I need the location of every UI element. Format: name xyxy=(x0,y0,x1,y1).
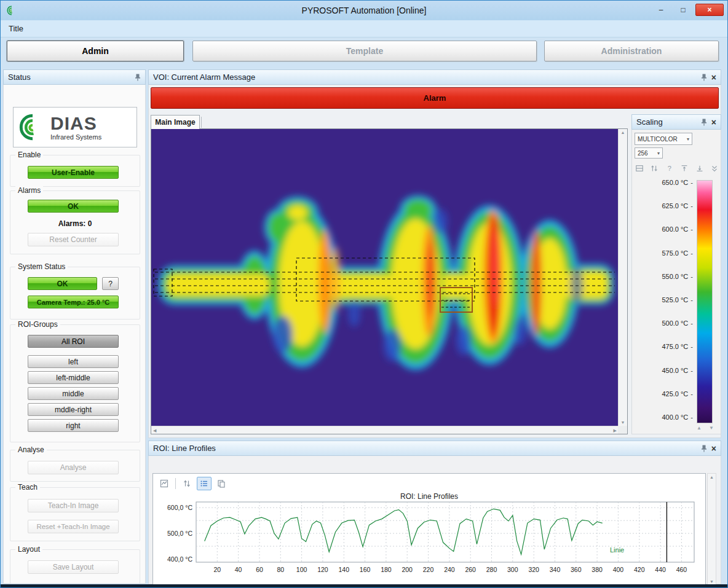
roi-all-button[interactable]: All ROI xyxy=(28,335,119,348)
system-ok-button[interactable]: OK xyxy=(28,277,97,290)
image-horizontal-scrollbar[interactable]: ◀ ▶ xyxy=(151,426,619,434)
scale-max-icon[interactable] xyxy=(679,163,689,173)
status-panel: Status DIAS Infrared Systems Enable User… xyxy=(3,69,146,584)
thermal-image[interactable] xyxy=(151,129,619,426)
close-panel-icon[interactable]: × xyxy=(711,73,716,82)
scroll-down-icon[interactable]: ▼ xyxy=(619,419,627,426)
status-panel-title: Status xyxy=(8,73,135,82)
pin-icon[interactable] xyxy=(135,74,141,81)
status-panel-body: DIAS Infrared Systems Enable User-Enable… xyxy=(3,85,146,584)
analyse-button[interactable]: Analyse xyxy=(28,461,119,474)
svg-text:460: 460 xyxy=(676,566,687,573)
colorbar-label-3: 575.0 °C- xyxy=(635,249,693,257)
scrollbar-corner xyxy=(618,426,627,434)
colorbar-up-icon[interactable]: ▲ xyxy=(697,425,702,431)
pin-icon[interactable] xyxy=(701,74,707,81)
svg-text:300: 300 xyxy=(507,566,518,573)
tab-admin[interactable]: Admin xyxy=(7,41,184,61)
app-window: PYROSOFT Automation [Online] – □ × Title… xyxy=(0,0,728,588)
scale-min-icon[interactable] xyxy=(695,163,705,173)
roi-middle-right-button[interactable]: mddle-right xyxy=(28,403,119,416)
image-vertical-scrollbar[interactable]: ▲ ▼ xyxy=(618,129,627,426)
svg-text:220: 220 xyxy=(423,566,434,573)
group-system-status: System Status OK ? Camera Temp.: 25.0 °C xyxy=(10,267,140,319)
svg-text:260: 260 xyxy=(465,566,476,573)
tab-main-image[interactable]: Main Image xyxy=(151,115,200,129)
logo-tagline: Infrared Systems xyxy=(50,134,101,141)
dias-logo: DIAS Infrared Systems xyxy=(13,107,137,147)
colorbar[interactable] xyxy=(697,180,713,423)
svg-text:600,0 °C: 600,0 °C xyxy=(167,504,192,511)
chart-container: ROI: Line Profiles 204060801001201401601… xyxy=(152,473,706,586)
roi-right-button[interactable]: right xyxy=(28,419,119,432)
pin-icon[interactable] xyxy=(701,119,707,126)
svg-text:420: 420 xyxy=(634,566,645,573)
group-layout: Layout Save Layout xyxy=(10,549,140,584)
alarm-banner: Alarm xyxy=(151,87,719,109)
colorbar-label-5: 525.0 °C- xyxy=(635,296,693,304)
group-analyse-label: Analyse xyxy=(15,445,47,454)
sort-button[interactable] xyxy=(180,477,194,490)
colorbar-down-icon[interactable]: ▼ xyxy=(709,425,714,431)
roi-middle-button[interactable]: middle xyxy=(28,387,119,400)
scroll-up-icon[interactable]: ▲ xyxy=(708,474,716,480)
chevron-down-icon: ▾ xyxy=(687,136,689,142)
colorbar-label-9: 425.0 °C- xyxy=(635,390,693,398)
roi-left-middle-button[interactable]: left-middle xyxy=(28,371,119,384)
colorbar-label-10: 400.0 °C- xyxy=(635,414,693,421)
scale-reset-icon[interactable] xyxy=(710,163,719,173)
minimize-button[interactable]: – xyxy=(651,4,671,16)
system-help-button[interactable]: ? xyxy=(102,277,119,290)
colorbar-label-1: 625.0 °C- xyxy=(635,202,693,210)
list-view-button[interactable] xyxy=(197,477,212,490)
group-analyse: Analyse Analyse xyxy=(10,450,140,482)
svg-text:60: 60 xyxy=(256,566,263,573)
maximize-button[interactable]: □ xyxy=(673,4,693,16)
export-chart-button[interactable] xyxy=(157,477,172,490)
reset-counter-button[interactable]: Reset Counter xyxy=(28,233,119,246)
svg-text:120: 120 xyxy=(317,566,328,573)
svg-text:400,0 °C: 400,0 °C xyxy=(167,555,192,563)
scroll-left-icon[interactable]: ◀ xyxy=(151,427,158,434)
help-icon[interactable]: ? xyxy=(665,163,675,173)
colorbar-label-8: 450.0 °C- xyxy=(635,367,693,374)
close-button[interactable]: × xyxy=(695,4,724,16)
group-roi-groups-label: ROI-Groups xyxy=(15,320,60,329)
autoscale-icon[interactable] xyxy=(649,163,659,173)
status-panel-header: Status xyxy=(3,69,146,85)
tab-separator xyxy=(201,117,202,128)
group-system-status-label: System Status xyxy=(15,262,68,271)
palette-icon[interactable] xyxy=(635,163,644,173)
voi-panel-title: VOI: Current Alarm Message xyxy=(153,73,701,82)
tab-administration[interactable]: Administration xyxy=(544,41,719,61)
tab-template[interactable]: Template xyxy=(192,41,537,61)
copy-button[interactable] xyxy=(214,477,229,490)
nav-tab-row: Admin Template Administration xyxy=(1,37,727,64)
roi-left-button[interactable]: left xyxy=(28,355,119,368)
user-enable-button[interactable]: User-Enable xyxy=(28,166,119,179)
palette-select[interactable]: MULTICOLOR ▾ xyxy=(635,133,692,145)
colorbar-spinners[interactable]: ▲ ▼ xyxy=(697,425,714,431)
chart-title: ROI: Line Profiles xyxy=(153,492,705,501)
camera-temp-button[interactable]: Camera Temp.: 25.0 °C xyxy=(28,296,119,308)
svg-text:100: 100 xyxy=(296,566,307,573)
teach-in-image-button[interactable]: Teach-In Image xyxy=(28,499,119,512)
profiles-panel-title: ROI: Line Profiles xyxy=(153,444,701,453)
chevron-down-icon: ▾ xyxy=(657,151,660,156)
svg-text:440: 440 xyxy=(655,566,666,573)
scroll-up-icon[interactable]: ▲ xyxy=(619,129,627,136)
caption-title: Title xyxy=(9,24,23,33)
levels-select[interactable]: 256 ▾ xyxy=(635,147,663,159)
save-layout-button[interactable]: Save Layout xyxy=(28,560,119,574)
chart-vertical-scrollbar[interactable]: ▲ ▼ xyxy=(707,473,716,586)
reset-teach-in-image-button[interactable]: Reset +Teach-In Image xyxy=(28,520,119,533)
window-title: PYROSOFT Automation [Online] xyxy=(1,6,727,15)
pin-icon[interactable] xyxy=(701,445,707,452)
alarms-ok-button[interactable]: OK xyxy=(28,200,119,213)
close-panel-icon[interactable]: × xyxy=(711,118,716,127)
group-alarms: Alarms OK Alarms: 0 Reset Counter xyxy=(10,190,140,254)
scaling-panel-header: Scaling × xyxy=(631,114,721,130)
logo-brand: DIAS xyxy=(50,114,101,133)
line-profiles-chart[interactable]: 2040608010012014016018020022024026028030… xyxy=(158,501,702,582)
close-panel-icon[interactable]: × xyxy=(711,444,716,453)
